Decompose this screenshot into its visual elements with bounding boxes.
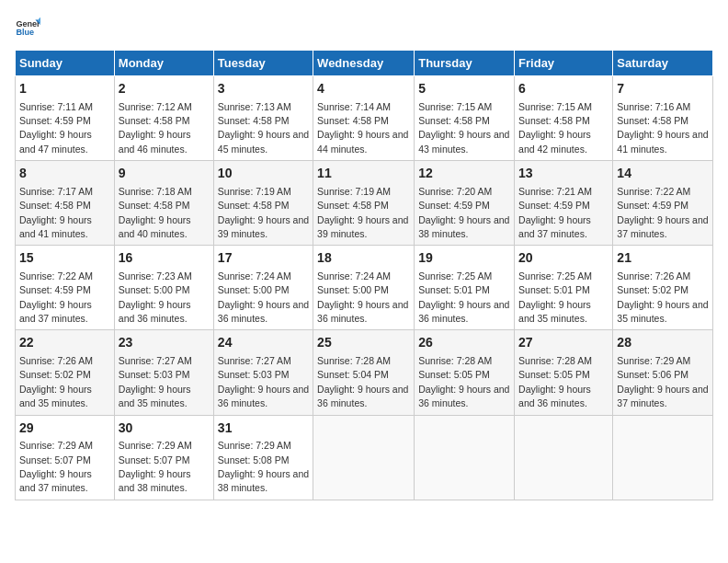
daylight-label: Daylight: 9 hours and 35 minutes. [119,384,191,408]
calendar-cell: 18Sunrise: 7:24 AMSunset: 5:00 PMDayligh… [313,246,415,330]
calendar-week-row: 1Sunrise: 7:11 AMSunset: 4:59 PMDaylight… [16,76,713,161]
calendar-cell: 2Sunrise: 7:12 AMSunset: 4:58 PMDaylight… [114,76,213,161]
sunset-info: Sunset: 5:00 PM [119,284,190,295]
daylight-label: Daylight: 9 hours and 38 minutes. [418,214,509,239]
day-number: 9 [119,165,210,183]
calendar-cell: 24Sunrise: 7:27 AMSunset: 5:03 PMDayligh… [213,330,313,415]
calendar-cell: 10Sunrise: 7:19 AMSunset: 4:58 PMDayligh… [213,161,313,246]
day-number: 25 [317,334,410,352]
daylight-label: Daylight: 9 hours and 36 minutes. [518,384,591,408]
daylight-label: Daylight: 9 hours and 37 minutes. [518,214,591,239]
calendar-cell: 1Sunrise: 7:11 AMSunset: 4:59 PMDaylight… [16,76,115,161]
sunset-info: Sunset: 5:02 PM [617,284,688,295]
sunrise-info: Sunrise: 7:17 AM [19,186,93,197]
calendar-cell: 21Sunrise: 7:26 AMSunset: 5:02 PMDayligh… [613,246,713,330]
svg-text:Blue: Blue [16,28,34,37]
calendar-cell: 16Sunrise: 7:23 AMSunset: 5:00 PMDayligh… [114,246,213,330]
day-number: 28 [617,334,709,352]
sunrise-info: Sunrise: 7:26 AM [617,270,690,282]
sunrise-info: Sunrise: 7:11 AM [19,101,93,112]
calendar-cell: 11Sunrise: 7:19 AMSunset: 4:58 PMDayligh… [313,161,415,246]
calendar-cell: 14Sunrise: 7:22 AMSunset: 4:59 PMDayligh… [613,161,713,246]
day-number: 24 [218,334,309,352]
daylight-label: Daylight: 9 hours and 37 minutes. [617,384,708,408]
sunset-info: Sunset: 5:02 PM [19,369,91,380]
day-number: 30 [119,419,210,438]
sunset-info: Sunset: 4:58 PM [218,200,290,211]
calendar-cell: 25Sunrise: 7:28 AMSunset: 5:04 PMDayligh… [313,330,415,415]
daylight-label: Daylight: 9 hours and 38 minutes. [119,468,191,493]
calendar-cell: 29Sunrise: 7:29 AMSunset: 5:07 PMDayligh… [16,415,115,500]
daylight-label: Daylight: 9 hours and 39 minutes. [218,214,309,239]
header-sunday: Sunday [16,51,115,76]
calendar-cell: 4Sunrise: 7:14 AMSunset: 4:58 PMDaylight… [313,76,415,161]
day-number: 13 [518,165,609,183]
calendar-cell: 31Sunrise: 7:29 AMSunset: 5:08 PMDayligh… [213,415,313,500]
sunrise-info: Sunrise: 7:15 AM [518,101,592,112]
daylight-label: Daylight: 9 hours and 36 minutes. [119,299,191,324]
day-number: 7 [617,80,709,98]
sunset-info: Sunset: 5:08 PM [218,454,290,465]
header-tuesday: Tuesday [213,51,313,76]
calendar-cell [613,415,713,500]
calendar-cell: 13Sunrise: 7:21 AMSunset: 4:59 PMDayligh… [515,161,613,246]
day-number: 3 [218,80,309,98]
sunrise-info: Sunrise: 7:29 AM [19,440,93,451]
daylight-label: Daylight: 9 hours and 36 minutes. [317,384,408,408]
calendar-cell: 20Sunrise: 7:25 AMSunset: 5:01 PMDayligh… [515,246,613,330]
sunrise-info: Sunrise: 7:29 AM [617,355,690,366]
calendar-cell: 22Sunrise: 7:26 AMSunset: 5:02 PMDayligh… [16,330,115,415]
daylight-label: Daylight: 9 hours and 36 minutes. [418,299,509,324]
sunset-info: Sunset: 4:59 PM [518,200,590,211]
calendar-week-row: 15Sunrise: 7:22 AMSunset: 4:59 PMDayligh… [16,246,713,330]
sunset-info: Sunset: 4:58 PM [518,115,590,126]
sunrise-info: Sunrise: 7:22 AM [617,186,690,197]
day-number: 18 [317,249,410,268]
daylight-label: Daylight: 9 hours and 45 minutes. [218,129,309,154]
calendar-cell [515,415,613,500]
sunset-info: Sunset: 5:05 PM [518,369,590,380]
sunset-info: Sunset: 5:03 PM [218,369,290,380]
sunset-info: Sunset: 5:07 PM [119,454,190,465]
sunrise-info: Sunrise: 7:28 AM [317,355,391,366]
sunset-info: Sunset: 4:59 PM [418,200,490,211]
calendar-cell: 26Sunrise: 7:28 AMSunset: 5:05 PMDayligh… [415,330,515,415]
sunset-info: Sunset: 5:00 PM [218,284,290,295]
sunset-info: Sunset: 4:58 PM [617,115,688,126]
calendar-cell: 3Sunrise: 7:13 AMSunset: 4:58 PMDaylight… [213,76,313,161]
sunrise-info: Sunrise: 7:29 AM [119,440,192,451]
day-number: 11 [317,165,410,183]
day-number: 8 [19,165,110,183]
day-number: 22 [19,334,110,352]
day-number: 15 [19,249,110,268]
sunrise-info: Sunrise: 7:24 AM [317,270,391,282]
daylight-label: Daylight: 9 hours and 42 minutes. [518,129,591,154]
calendar-cell: 5Sunrise: 7:15 AMSunset: 4:58 PMDaylight… [415,76,515,161]
calendar-cell: 27Sunrise: 7:28 AMSunset: 5:05 PMDayligh… [515,330,613,415]
day-number: 14 [617,165,709,183]
sunrise-info: Sunrise: 7:21 AM [518,186,592,197]
day-number: 4 [317,80,410,98]
sunrise-info: Sunrise: 7:14 AM [317,101,391,112]
day-number: 21 [617,249,709,268]
sunset-info: Sunset: 4:58 PM [218,115,290,126]
calendar-cell: 6Sunrise: 7:15 AMSunset: 4:58 PMDaylight… [515,76,613,161]
page-header: General Blue [15,15,713,40]
sunset-info: Sunset: 5:07 PM [19,454,91,465]
sunrise-info: Sunrise: 7:24 AM [218,270,291,282]
calendar-cell: 15Sunrise: 7:22 AMSunset: 4:59 PMDayligh… [16,246,115,330]
daylight-label: Daylight: 9 hours and 47 minutes. [19,129,92,154]
day-number: 26 [418,334,510,352]
sunrise-info: Sunrise: 7:27 AM [119,355,192,366]
sunrise-info: Sunrise: 7:29 AM [218,440,291,451]
header-monday: Monday [114,51,213,76]
calendar-cell: 28Sunrise: 7:29 AMSunset: 5:06 PMDayligh… [613,330,713,415]
sunset-info: Sunset: 4:59 PM [617,200,688,211]
calendar-cell: 23Sunrise: 7:27 AMSunset: 5:03 PMDayligh… [114,330,213,415]
sunrise-info: Sunrise: 7:28 AM [518,355,592,366]
daylight-label: Daylight: 9 hours and 41 minutes. [617,129,708,154]
logo-icon: General Blue [15,15,40,40]
sunset-info: Sunset: 5:01 PM [518,284,590,295]
day-number: 31 [218,419,309,438]
day-number: 27 [518,334,609,352]
